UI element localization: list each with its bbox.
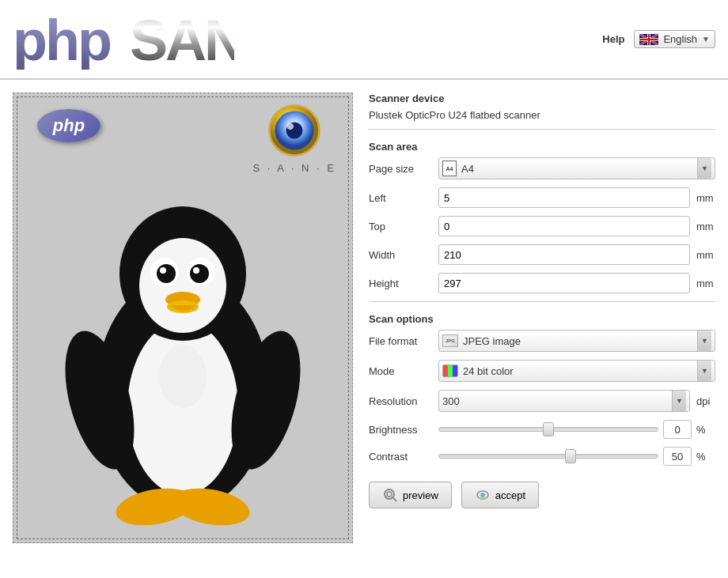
color-icon — [442, 365, 458, 377]
svg-line-26 — [393, 498, 396, 501]
php-logo: php — [37, 109, 100, 142]
contrast-slider-track[interactable] — [438, 454, 658, 459]
flag-icon — [639, 34, 658, 45]
file-format-value: JPEG image — [463, 335, 697, 347]
resolution-arrow-icon[interactable]: ▼ — [672, 391, 686, 411]
page-size-label: Page size — [369, 163, 432, 175]
width-label: Width — [369, 249, 432, 261]
preview-icon — [382, 487, 398, 503]
resolution-unit: dpi — [696, 395, 715, 407]
brightness-value: 0 — [663, 420, 692, 439]
brightness-label: Brightness — [369, 424, 432, 436]
divider-1 — [369, 129, 715, 130]
file-format-row: File format JPG JPEG image ▼ — [369, 330, 715, 352]
header-right: Help English ▼ — [602, 30, 715, 48]
svg-point-24 — [159, 345, 207, 408]
contrast-label: Contrast — [369, 451, 432, 463]
a4-icon: A4 — [442, 161, 457, 176]
svg-point-16 — [160, 267, 166, 274]
left-input[interactable]: 5 — [438, 187, 690, 208]
top-row: Top 0 mm — [369, 216, 715, 236]
language-selector[interactable]: English ▼ — [634, 30, 715, 48]
svg-point-6 — [287, 123, 294, 130]
resolution-row: Resolution 300 ▼ dpi — [369, 390, 715, 412]
language-label: English — [663, 33, 697, 45]
file-format-arrow-icon[interactable]: ▼ — [697, 331, 711, 351]
mode-label: Mode — [369, 365, 432, 377]
page-size-row: Page size A4 A4 ▼ — [369, 157, 715, 179]
jpeg-icon: JPG — [442, 334, 458, 347]
svg-point-14 — [157, 264, 176, 283]
svg-point-15 — [190, 264, 209, 283]
height-row: Height 297 mm — [369, 273, 715, 293]
left-unit: mm — [696, 192, 715, 204]
svg-text:SANE: SANE — [130, 9, 234, 70]
top-label: Top — [369, 221, 432, 232]
resolution-label: Resolution — [369, 395, 432, 407]
page-size-arrow-icon[interactable]: ▼ — [697, 158, 711, 179]
brightness-slider-thumb[interactable] — [543, 422, 554, 436]
resolution-select[interactable]: 300 ▼ — [438, 390, 690, 412]
scan-preview: php — [13, 93, 353, 543]
top-input[interactable]: 0 — [438, 216, 690, 236]
chevron-down-icon: ▼ — [702, 35, 710, 43]
help-link[interactable]: Help — [602, 33, 624, 45]
contrast-unit: % — [696, 451, 715, 463]
scan-area-title: Scan area — [369, 141, 715, 153]
svg-point-25 — [385, 489, 394, 499]
logo: php SANE — [13, 6, 234, 72]
resolution-value: 300 — [442, 395, 672, 407]
mode-select[interactable]: 24 bit color ▼ — [438, 360, 715, 382]
brightness-row: Brightness 0 % — [369, 420, 715, 439]
sane-eye-icon — [267, 103, 322, 158]
top-unit: mm — [696, 221, 715, 232]
width-input[interactable]: 210 — [438, 244, 690, 265]
brightness-slider-container: 0 % — [438, 420, 715, 439]
height-label: Height — [369, 278, 432, 289]
svg-point-29 — [480, 493, 485, 497]
file-format-select[interactable]: JPG JPEG image ▼ — [438, 330, 715, 352]
tux-penguin — [52, 155, 313, 542]
accept-icon — [475, 487, 491, 503]
divider-2 — [369, 301, 715, 302]
mode-row: Mode 24 bit color ▼ — [369, 360, 715, 382]
left-row: Left 5 mm — [369, 187, 715, 208]
svg-point-17 — [193, 267, 199, 274]
header: php SANE Help English ▼ — [0, 0, 728, 80]
contrast-slider-container: 50 % — [438, 447, 715, 466]
svg-point-11 — [139, 238, 226, 333]
width-row: Width 210 mm — [369, 244, 715, 265]
contrast-value: 50 — [663, 447, 692, 466]
mode-value: 24 bit color — [463, 365, 697, 377]
preview-area: php — [13, 93, 353, 543]
preview-button[interactable]: preview — [369, 482, 452, 508]
height-unit: mm — [696, 278, 715, 289]
brightness-slider-track[interactable] — [438, 427, 658, 432]
width-unit: mm — [696, 249, 715, 261]
mode-arrow-icon[interactable]: ▼ — [697, 361, 711, 381]
accept-button[interactable]: accept — [461, 482, 539, 508]
svg-text:php: php — [13, 9, 111, 70]
contrast-row: Contrast 50 % — [369, 447, 715, 466]
button-row: preview accept — [369, 482, 715, 508]
contrast-slider-thumb[interactable] — [565, 449, 576, 463]
scanner-device-title: Scanner device — [369, 93, 715, 104]
right-panel: Scanner device Plustek OpticPro U24 flat… — [369, 93, 715, 543]
svg-point-27 — [387, 492, 392, 497]
brightness-unit: % — [696, 424, 715, 436]
scan-options-title: Scan options — [369, 313, 715, 325]
page-size-value: A4 — [461, 163, 697, 175]
left-label: Left — [369, 192, 432, 204]
height-input[interactable]: 297 — [438, 273, 690, 293]
file-format-label: File format — [369, 335, 432, 347]
device-name: Plustek OpticPro U24 flatbed scanner — [369, 109, 715, 121]
page-size-select[interactable]: A4 A4 ▼ — [438, 157, 715, 179]
main-content: php — [0, 80, 728, 556]
